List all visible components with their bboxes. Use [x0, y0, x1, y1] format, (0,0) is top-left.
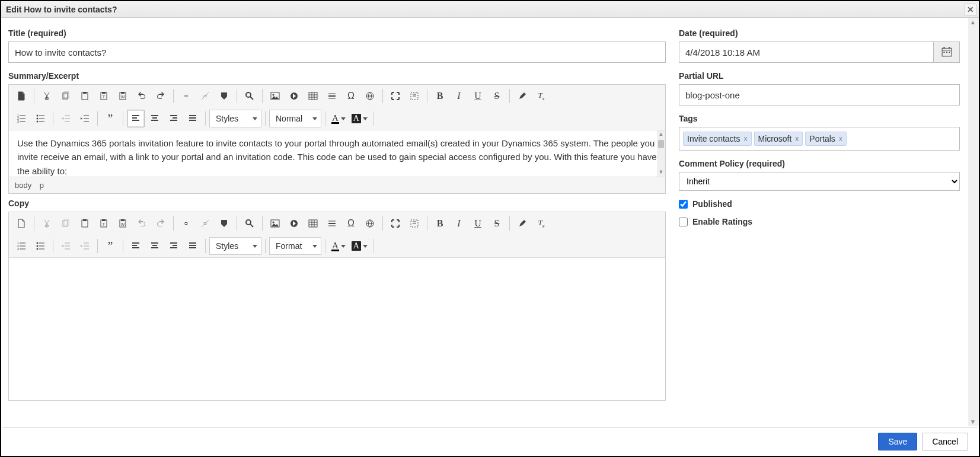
flash-button[interactable] [285, 87, 303, 105]
anchor-button[interactable] [215, 87, 233, 105]
redo-button[interactable] [152, 87, 170, 105]
vertical-scrollbar[interactable]: ▲ ▼ [968, 18, 978, 426]
copy-button[interactable] [57, 215, 75, 232]
indent-button[interactable] [76, 110, 94, 127]
bulletlist-button[interactable] [31, 110, 49, 127]
tag-remove-icon[interactable]: x [795, 135, 799, 143]
showblocks-button[interactable] [406, 87, 423, 105]
published-checkbox[interactable] [679, 200, 688, 209]
maximize-button[interactable] [387, 215, 404, 232]
align-right-button[interactable] [165, 110, 183, 127]
paste-word-button[interactable]: W [114, 87, 132, 105]
unlink-button[interactable] [196, 215, 214, 232]
showblocks-button[interactable] [406, 215, 423, 232]
blockquote-button[interactable]: ” [101, 110, 119, 127]
image-button[interactable] [266, 215, 284, 232]
cut-button[interactable] [38, 87, 56, 105]
outdent-button[interactable] [57, 237, 75, 255]
cancel-button[interactable]: Cancel [922, 433, 968, 450]
specialchar-button[interactable]: Ω [342, 87, 360, 105]
format-dropdown[interactable]: Normal [269, 110, 321, 127]
align-left-button[interactable] [127, 110, 145, 127]
title-input[interactable] [8, 41, 666, 63]
table-button[interactable] [304, 87, 322, 105]
link-button[interactable] [177, 215, 195, 232]
bgcolor-button[interactable]: A [349, 237, 370, 255]
dialog-titlebar: Edit How to invite contacts? ✕ [1, 1, 979, 18]
date-picker-button[interactable] [934, 41, 960, 63]
flash-button[interactable] [285, 215, 303, 232]
tag-remove-icon[interactable]: x [744, 135, 748, 143]
summary-body[interactable]: Use the Dynamics 365 portals invitation … [9, 130, 665, 177]
paste-button[interactable] [76, 215, 94, 232]
save-button[interactable]: Save [878, 433, 917, 450]
bgcolor-button[interactable]: A [349, 110, 370, 127]
format-dropdown[interactable]: Format [269, 237, 321, 255]
paste-button[interactable] [76, 87, 94, 105]
image-button[interactable] [266, 87, 284, 105]
partial-url-input[interactable] [679, 84, 960, 106]
undo-button[interactable] [133, 215, 151, 232]
numlist-button[interactable]: 123 [12, 110, 30, 127]
blockquote-button[interactable]: ” [101, 237, 119, 255]
close-button[interactable]: ✕ [965, 4, 976, 15]
textcolor-button[interactable]: A [329, 237, 348, 255]
paste-word-button[interactable]: W [114, 215, 132, 232]
link-button[interactable] [177, 87, 195, 105]
styles-dropdown[interactable]: Styles [209, 237, 261, 255]
align-center-button[interactable] [146, 110, 164, 127]
summary-toolbar: T W Ω B [9, 85, 665, 130]
underline-button[interactable]: U [469, 87, 487, 105]
align-left-button[interactable] [127, 237, 145, 255]
find-button[interactable] [241, 215, 258, 232]
table-button[interactable] [304, 215, 322, 232]
underline-button[interactable]: U [469, 215, 487, 232]
strike-button[interactable]: S [488, 215, 506, 232]
styles-dropdown[interactable]: Styles [209, 110, 261, 127]
anchor-button[interactable] [215, 215, 233, 232]
path-p[interactable]: p [40, 181, 44, 190]
italic-button[interactable]: I [450, 87, 468, 105]
enable-ratings-checkbox[interactable] [679, 218, 688, 226]
outdent-button[interactable] [57, 110, 75, 127]
italic-button[interactable]: I [450, 215, 468, 232]
align-center-button[interactable] [146, 237, 164, 255]
find-button[interactable] [241, 87, 258, 105]
specialchar-button[interactable]: Ω [342, 215, 360, 232]
undo-button[interactable] [133, 87, 151, 105]
hr-button[interactable] [323, 215, 341, 232]
copy-button[interactable] [57, 87, 75, 105]
cut-button[interactable] [38, 215, 56, 232]
source-button[interactable] [12, 87, 30, 105]
indent-button[interactable] [76, 237, 94, 255]
numlist-button[interactable]: 123 [12, 237, 30, 255]
removeformat-button[interactable]: Tx [532, 87, 550, 105]
date-input[interactable] [679, 41, 934, 63]
removeformat-button[interactable]: Tx [532, 215, 550, 232]
align-justify-button[interactable] [184, 110, 202, 127]
path-body[interactable]: body [15, 181, 31, 190]
bulletlist-button[interactable] [31, 237, 49, 255]
source-button[interactable] [12, 215, 30, 232]
highlight-button[interactable] [513, 87, 531, 105]
hr-button[interactable] [323, 87, 341, 105]
textcolor-button[interactable]: A [329, 110, 348, 127]
bold-button[interactable]: B [431, 87, 449, 105]
iframe-button[interactable] [361, 215, 379, 232]
tags-input[interactable]: Invite contactsx Microsoftx Portalsx [679, 127, 960, 151]
iframe-button[interactable] [361, 87, 379, 105]
align-right-button[interactable] [165, 237, 183, 255]
copy-body[interactable] [9, 258, 665, 400]
paste-text-button[interactable]: T [95, 87, 113, 105]
unlink-button[interactable] [196, 87, 214, 105]
comment-policy-select[interactable]: Inherit [679, 172, 960, 191]
summary-scrollbar[interactable]: ▲ ▼ [657, 130, 665, 177]
redo-button[interactable] [152, 215, 170, 232]
align-justify-button[interactable] [184, 237, 202, 255]
paste-text-button[interactable]: T [95, 215, 113, 232]
tag-remove-icon[interactable]: x [839, 135, 842, 143]
highlight-button[interactable] [513, 215, 531, 232]
bold-button[interactable]: B [431, 215, 449, 232]
maximize-button[interactable] [387, 87, 404, 105]
strike-button[interactable]: S [488, 87, 506, 105]
